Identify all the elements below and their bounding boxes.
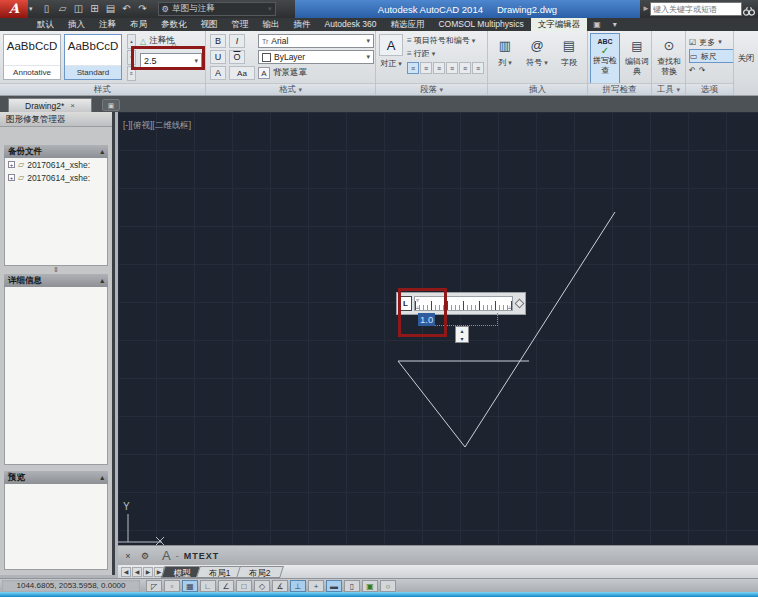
spin-up-icon[interactable]: ▴ (456, 327, 468, 335)
new-drawing-tab-button[interactable]: ▣ (102, 99, 120, 111)
save-icon[interactable]: ◫ (72, 1, 86, 17)
panel-label-insert[interactable]: 插入 (488, 83, 587, 95)
panel-label-format[interactable]: 格式 ▾ (206, 83, 375, 95)
symbol-button[interactable]: @ 符号 ▾ (522, 33, 552, 83)
distribute-button[interactable]: ≡ (459, 62, 471, 74)
panel-label-spell-check[interactable]: 拼写检查 (588, 83, 651, 95)
align-center-button[interactable]: ≡ (420, 62, 432, 74)
tab-comsol[interactable]: COMSOL Multiphysics (431, 18, 530, 31)
polar-tracking-toggle[interactable]: ∠ (218, 580, 234, 592)
preview-header[interactable]: 预览 ▴ (4, 471, 108, 484)
save-as-icon[interactable]: ⊞ (88, 1, 102, 17)
bold-button[interactable]: B (210, 34, 226, 48)
close-icon[interactable]: × (70, 101, 75, 110)
details-header[interactable]: 详细信息 ▴ (4, 274, 108, 287)
overline-button[interactable]: O (229, 50, 245, 64)
backup-file-item[interactable]: + ▱ 20170614_xshe: (5, 158, 107, 171)
panel-label-options[interactable]: 选项 (686, 83, 733, 95)
underline-button[interactable]: U (210, 50, 226, 64)
ribbon-minimize-arrow-icon[interactable]: ▾ (607, 18, 623, 31)
align-left-button[interactable]: ≡ (407, 62, 419, 74)
tab-text-editor[interactable]: 文字编辑器 (531, 18, 588, 31)
undo-icon[interactable]: ↶ (689, 66, 696, 75)
close-text-editor-button[interactable]: 关闭 (734, 53, 758, 65)
drawing-canvas[interactable]: [-][俯视][二维线框] Y L ▿ ▵ ▵ 1.0 (118, 112, 758, 545)
object-snap-tracking-toggle[interactable]: ∡ (272, 580, 288, 592)
backup-file-item[interactable]: + ▱ 20170614_xshe: (5, 171, 107, 184)
next-layout-icon[interactable]: ▶ (143, 567, 153, 577)
tab-autodesk360[interactable]: Autodesk 360 (318, 18, 384, 31)
tab-output[interactable]: 输出 (256, 18, 287, 31)
command-line[interactable]: × ⚙ A - MTEXT (118, 545, 758, 565)
line-spacing-button[interactable]: ≡ 行距 ▾ (407, 47, 487, 60)
section-splitter[interactable]: ⇕ (0, 266, 112, 274)
app-menu-arrow-icon[interactable]: ▾ (29, 5, 33, 13)
columns-button[interactable]: ▥ 列 ▾ (490, 33, 520, 83)
align-right-button[interactable]: ≡ (433, 62, 445, 74)
prev-layout-icon[interactable]: ◀ (132, 567, 142, 577)
plot-icon[interactable]: ▤ (104, 1, 118, 17)
command-customize-icon[interactable]: ⚙ (139, 551, 151, 561)
tab-featured-apps[interactable]: 精选应用 (383, 18, 431, 31)
open-icon[interactable]: ▱ (56, 1, 70, 17)
text-style-annotative[interactable]: AaBbCcD △ Annotative (3, 34, 61, 80)
tab-layout2[interactable]: 布局2 (236, 566, 284, 578)
command-text[interactable]: MTEXT (184, 551, 220, 561)
tab-plugins[interactable]: 插件 (287, 18, 318, 31)
field-button[interactable]: ▤ 字段 (554, 33, 584, 83)
tab-view[interactable]: 视图 (194, 18, 225, 31)
tab-layout[interactable]: 布局 (123, 18, 154, 31)
tab-insert[interactable]: 插入 (61, 18, 92, 31)
background-mask-button[interactable]: A 背景遮罩 (258, 66, 374, 80)
selection-cycling-toggle[interactable]: ○ (380, 580, 396, 592)
edit-dictionaries-button[interactable]: ▤ 编辑词典 (622, 33, 651, 83)
snap-mode-toggle[interactable]: ▫ (164, 580, 180, 592)
right-indent-marker[interactable]: ▵ (508, 304, 511, 310)
column-height-grip[interactable]: ▴ ▾ (455, 326, 469, 343)
panel-label-tools[interactable]: 工具 ▾ (652, 83, 685, 95)
new-icon[interactable]: ▯ (40, 1, 54, 17)
redo-icon[interactable]: ↷ (136, 1, 150, 17)
tab-annotate[interactable]: 注释 (92, 18, 123, 31)
object-snap-toggle[interactable]: □ (236, 580, 252, 592)
change-case-button[interactable]: Aa (229, 66, 255, 80)
lineweight-toggle[interactable]: ▬ (326, 580, 342, 592)
justify-button[interactable]: A 对正 ▾ (379, 34, 403, 81)
command-close-icon[interactable]: × (122, 551, 134, 561)
italic-button[interactable]: I (229, 34, 245, 48)
dynamic-ucs-toggle[interactable]: ⊥ (290, 580, 306, 592)
file-tab-drawing2[interactable]: Drawing2* × (8, 98, 92, 112)
paragraph-default-button[interactable]: ≡ (472, 62, 484, 74)
dynamic-input-toggle[interactable]: + (308, 580, 324, 592)
workspace-switcher[interactable]: ⚙ 草图与注释 ▾ (158, 2, 276, 16)
panel-label-paragraph[interactable]: 段落 ▾ (376, 83, 487, 95)
first-layout-icon[interactable]: ◀ (121, 567, 131, 577)
bullets-numbering-button[interactable]: ≡ 项目符号和编号 ▾ (407, 34, 487, 47)
3d-object-snap-toggle[interactable]: ◇ (254, 580, 270, 592)
backup-files-header[interactable]: 备份文件 ▴ (4, 145, 108, 158)
find-replace-button[interactable]: ⊙ 查找和替换 (654, 33, 684, 83)
ruler-toggle-button[interactable]: ▭ 标尺 (689, 49, 733, 63)
oblique-button[interactable]: A (210, 66, 226, 80)
color-combo[interactable]: ByLayer ▾ (258, 50, 374, 64)
ortho-mode-toggle[interactable]: ∟ (200, 580, 216, 592)
app-menu-button[interactable]: A (0, 0, 28, 18)
quick-properties-toggle[interactable]: ▣ (362, 580, 378, 592)
infer-constraints-toggle[interactable]: ◸ (146, 580, 162, 592)
more-button[interactable]: ☑ 更多 ▾ (689, 35, 733, 49)
ribbon-minimize-icon[interactable]: ▣ (587, 18, 607, 31)
tab-manage[interactable]: 管理 (225, 18, 256, 31)
spell-check-button[interactable]: ABC ✓ 拼写检查 (590, 33, 620, 83)
tab-default[interactable]: 默认 (30, 18, 61, 31)
tab-parametric[interactable]: 参数化 (154, 18, 194, 31)
coordinate-readout[interactable]: 1044.6805, 2053.5958, 0.0000 (2, 580, 140, 592)
justify-both-button[interactable]: ≡ (446, 62, 458, 74)
spin-down-icon[interactable]: ▾ (456, 335, 468, 343)
grid-display-toggle[interactable]: ▦ (182, 580, 198, 592)
undo-icon[interactable]: ↶ (120, 1, 134, 17)
text-style-standard[interactable]: AaBbCcD Standard (64, 34, 122, 80)
expand-icon[interactable]: + (8, 161, 15, 168)
expand-icon[interactable]: + (8, 174, 15, 181)
redo-icon[interactable]: ↷ (699, 66, 706, 75)
search-input[interactable] (650, 2, 742, 16)
